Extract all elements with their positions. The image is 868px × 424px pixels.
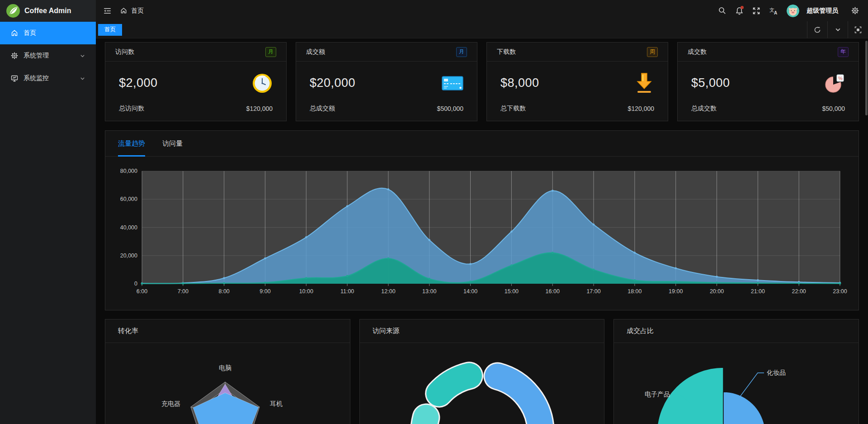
period-badge[interactable]: 月: [456, 47, 467, 57]
menu-fold-icon[interactable]: [100, 4, 114, 18]
gear-icon: [11, 52, 18, 59]
top-header: 首页: [96, 0, 868, 21]
page-content: 访问数 月 $2,000: [96, 38, 868, 424]
svg-text:%: %: [838, 76, 843, 81]
header-actions: 文 A 超级管理员: [715, 4, 862, 18]
credit-card-icon: [442, 75, 463, 91]
svg-text:充电器: 充电器: [161, 400, 180, 407]
svg-text:20:00: 20:00: [710, 288, 724, 295]
fullscreen-icon[interactable]: [750, 4, 763, 18]
sidebar-item-system-monitor[interactable]: 系统监控: [0, 67, 96, 90]
stat-title: 访问数: [115, 48, 134, 56]
card-title: 成交占比: [614, 319, 859, 343]
svg-text:60,000: 60,000: [120, 196, 137, 202]
breadcrumb[interactable]: 首页: [120, 7, 144, 15]
sidebar-item-label: 系统监控: [24, 74, 49, 82]
visit-source-chart: [360, 343, 604, 424]
main-area: 首页: [96, 0, 868, 424]
breadcrumb-label: 首页: [131, 7, 144, 15]
svg-text:18:00: 18:00: [627, 288, 642, 295]
stat-footer-value: $50,000: [822, 105, 845, 112]
sidebar-item-home[interactable]: 首页: [0, 22, 96, 44]
visit-source-card: 访问来源: [359, 319, 605, 424]
brand-name: Coffee Admin: [24, 7, 71, 15]
notification-dot: [741, 6, 744, 9]
sidebar: Coffee Admin 首页 系统管理: [0, 0, 96, 424]
period-badge[interactable]: 月: [265, 47, 276, 57]
svg-text:9:00: 9:00: [259, 288, 270, 295]
card-title: 转化率: [105, 319, 350, 343]
username[interactable]: 超级管理员: [807, 7, 838, 15]
stat-cards-row: 访问数 月 $2,000: [105, 42, 859, 121]
conversion-rate-card: 转化率 电脑耳机充电器: [105, 319, 350, 424]
stat-footer-value: $500,000: [437, 105, 463, 112]
sidebar-item-system-management[interactable]: 系统管理: [0, 44, 96, 67]
pie-icon: %: [824, 73, 845, 93]
search-icon[interactable]: [715, 4, 729, 18]
svg-text:15:00: 15:00: [505, 288, 519, 295]
download-icon: [634, 72, 654, 94]
sidebar-item-label: 系统管理: [24, 52, 49, 60]
svg-text:23:00: 23:00: [833, 288, 847, 295]
svg-text:19:00: 19:00: [669, 288, 683, 295]
traffic-trend-card: 流量趋势 访问量 020,00040,00060,00080,0006:007:…: [105, 130, 859, 310]
stat-title: 成交数: [688, 48, 707, 56]
refresh-icon[interactable]: [807, 21, 827, 38]
svg-text:8:00: 8:00: [218, 288, 229, 295]
tabbar-actions: [807, 21, 868, 38]
maximize-icon[interactable]: [848, 21, 868, 38]
svg-text:耳机: 耳机: [270, 400, 283, 407]
brand-logo: Coffee Admin: [0, 0, 96, 21]
stat-footer-value: $120,000: [628, 105, 654, 112]
home-icon: [120, 7, 127, 14]
leaf-logo-icon: [6, 4, 20, 18]
conversion-rate-chart: 电脑耳机充电器: [105, 343, 350, 424]
tab-traffic-trend[interactable]: 流量趋势: [118, 131, 145, 156]
stat-footer-label: 总成交数: [691, 105, 717, 113]
tab-visit-volume[interactable]: 访问量: [162, 131, 183, 156]
stat-value: $20,000: [310, 76, 355, 90]
tab-home[interactable]: 首页: [98, 24, 122, 36]
period-badge[interactable]: 年: [838, 47, 849, 57]
svg-text:电脑: 电脑: [219, 364, 231, 372]
svg-text:22:00: 22:00: [792, 288, 806, 295]
svg-text:20,000: 20,000: [120, 252, 137, 259]
svg-text:化妆品: 化妆品: [767, 369, 786, 376]
svg-text:电子产品: 电子产品: [645, 391, 670, 398]
svg-text:7:00: 7:00: [178, 288, 189, 295]
stat-value: $8,000: [500, 76, 539, 90]
svg-text:17:00: 17:00: [586, 288, 600, 295]
stat-footer-label: 总访问数: [119, 105, 144, 113]
svg-text:A: A: [774, 10, 777, 15]
svg-text:80,000: 80,000: [120, 168, 137, 174]
chevron-down-icon[interactable]: [827, 21, 848, 38]
app-window: Coffee Admin 首页 系统管理: [0, 0, 868, 424]
stat-title: 成交额: [306, 48, 325, 56]
svg-text:6:00: 6:00: [137, 288, 147, 295]
svg-text:11:00: 11:00: [340, 288, 354, 295]
stat-value: $5,000: [691, 76, 730, 90]
clock-icon: [252, 73, 273, 94]
avatar[interactable]: [787, 5, 799, 17]
deal-share-card: 成交占比 电子产品化妆品: [613, 319, 859, 424]
home-icon: [11, 29, 18, 37]
stat-card-visits: 访问数 月 $2,000: [105, 42, 287, 121]
svg-text:40,000: 40,000: [120, 224, 137, 231]
gear-icon[interactable]: [848, 4, 862, 18]
translate-icon[interactable]: 文 A: [767, 4, 780, 18]
svg-text:21:00: 21:00: [751, 288, 765, 295]
svg-text:10:00: 10:00: [299, 288, 313, 295]
monitor-icon: [11, 75, 18, 82]
period-badge[interactable]: 周: [647, 47, 658, 57]
svg-text:12:00: 12:00: [381, 288, 395, 295]
svg-text:13:00: 13:00: [422, 288, 436, 295]
svg-text:16:00: 16:00: [546, 288, 560, 295]
bell-icon[interactable]: [732, 4, 746, 18]
trend-tabs: 流量趋势 访问量: [105, 131, 859, 157]
scrollbar-thumb[interactable]: [865, 41, 868, 115]
stat-card-turnover: 成交额 月 $20,000: [296, 42, 477, 121]
page-tabbar: 首页: [96, 21, 868, 38]
svg-text:14:00: 14:00: [463, 288, 477, 295]
chevron-down-icon: [80, 76, 85, 81]
stat-footer-label: 总成交额: [310, 105, 335, 113]
